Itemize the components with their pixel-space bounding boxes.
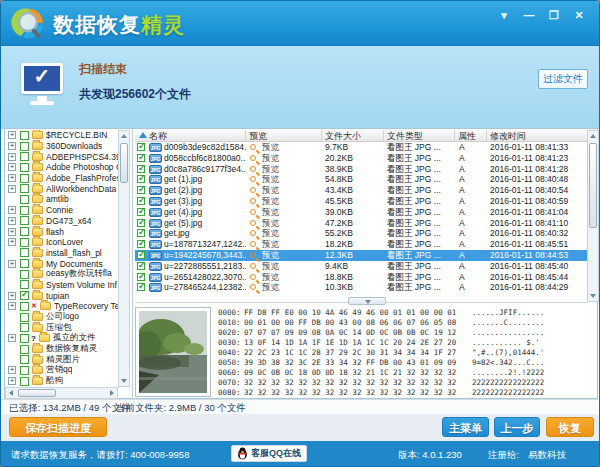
folder-checkbox[interactable]: ✓	[20, 174, 29, 183]
file-checkbox[interactable]: ✓	[137, 219, 145, 227]
preview-link[interactable]: 预览	[262, 196, 279, 207]
folder-checkbox[interactable]: ✓	[20, 377, 29, 386]
tree-item[interactable]: + ✓ ✕ ? Adobe_FlashProfes	[5, 173, 118, 184]
expand-icon[interactable]: +	[8, 131, 16, 139]
column-name[interactable]: 名称	[149, 130, 167, 142]
folder-checkbox[interactable]: ✓	[20, 216, 29, 225]
column-size[interactable]: 文件大小	[325, 130, 361, 142]
file-row[interactable]: ✓ JPG d0c8a786c9177f3e4... 预览 38.9KB 看图王…	[135, 164, 587, 175]
folder-checkbox[interactable]: ✓	[20, 152, 29, 161]
preview-link[interactable]: 预览	[262, 250, 279, 261]
expand-icon[interactable]: +	[8, 228, 16, 236]
file-checkbox[interactable]: ✓	[137, 143, 145, 151]
file-row[interactable]: ✓ JPG d009b3de9c82d1584... 预览 9.7KB 看图王 …	[135, 142, 587, 153]
preview-link[interactable]: 预览	[262, 164, 279, 175]
expand-icon[interactable]: +	[8, 185, 16, 193]
file-row[interactable]: ✓ JPG get (5).jpg 预览 47.2KB 看图王 JPG ... …	[135, 218, 587, 229]
table-scroll-thumb[interactable]	[589, 143, 597, 228]
preview-link[interactable]: 预览	[262, 228, 279, 239]
file-row[interactable]: ✓ JPG u=278465244,12382... 预览 10.3KB 看图王…	[135, 282, 587, 293]
folder-checkbox[interactable]: ✓	[20, 291, 29, 300]
scroll-down-icon[interactable]	[121, 379, 127, 383]
expand-icon[interactable]: +	[8, 153, 16, 161]
folder-checkbox[interactable]: ✓	[20, 206, 29, 215]
folder-checkbox[interactable]: ✓	[20, 302, 29, 311]
filter-files-button[interactable]: 过滤文件	[538, 69, 588, 89]
file-checkbox[interactable]: ✓	[137, 262, 145, 270]
splitter-handle[interactable]	[348, 297, 386, 305]
file-checkbox[interactable]: ✓	[137, 240, 145, 248]
expand-icon[interactable]: +	[8, 292, 16, 300]
preview-link[interactable]: 预览	[262, 153, 279, 164]
file-checkbox[interactable]: ✓	[137, 283, 145, 291]
tree-item[interactable]: + ✓ ✕ ? amtlib	[5, 194, 118, 205]
scroll-right-icon[interactable]	[110, 390, 114, 396]
magnifier-icon[interactable]	[250, 176, 256, 182]
magnifier-icon[interactable]	[250, 144, 256, 150]
expand-icon[interactable]: +	[8, 206, 16, 214]
folder-checkbox[interactable]: ✓	[20, 195, 29, 204]
preview-link[interactable]: 预览	[262, 239, 279, 250]
tree-item[interactable]: + ✓ ✕ ? IconLover	[5, 237, 118, 248]
file-checkbox[interactable]: ✓	[137, 186, 145, 194]
tree-item[interactable]: + ✓ ✕ ? 酷狗	[5, 376, 118, 387]
tree-item[interactable]: + ✓ ✕ ? oeasy教你玩转fla	[5, 269, 118, 280]
folder-checkbox[interactable]: ✓	[20, 131, 29, 140]
menu-dropdown-icon[interactable]: ▾	[496, 8, 512, 23]
save-scan-progress-button[interactable]: 保存扫描进度	[9, 417, 107, 437]
file-checkbox[interactable]: ✓	[137, 251, 145, 259]
preview-link[interactable]: 预览	[262, 272, 279, 283]
folder-checkbox[interactable]: ✓	[20, 238, 29, 247]
tree-item[interactable]: + ✓ ✕ ? tupian	[5, 290, 118, 301]
tree-item[interactable]: + ✓ ✕ ? $RECYCLE.BIN	[5, 130, 118, 141]
file-row[interactable]: ✓ JPG u=1942245678,3443... 预览 12.3KB 看图王…	[135, 250, 587, 261]
file-checkbox[interactable]: ✓	[137, 165, 145, 173]
magnifier-icon[interactable]	[250, 198, 256, 204]
scroll-down-icon[interactable]	[590, 294, 596, 298]
magnifier-icon[interactable]	[250, 220, 256, 226]
magnifier-icon[interactable]	[250, 187, 256, 193]
tree-hscroll-thumb[interactable]	[18, 389, 56, 397]
tree-item[interactable]: + ✓ ✕ ? install_flash_pl	[5, 248, 118, 259]
tree-item[interactable]: + ✓ ✕ ? DG473_x64	[5, 216, 118, 227]
column-attr[interactable]: 属性	[458, 130, 476, 142]
magnifier-icon[interactable]	[250, 155, 256, 161]
file-row[interactable]: ✓ JPG get.jpg 预览 55.2KB 看图王 JPG ... A 20…	[135, 228, 587, 239]
scroll-left-icon[interactable]	[9, 390, 13, 396]
folder-checkbox[interactable]: ✓	[20, 355, 29, 364]
file-checkbox[interactable]: ✓	[137, 154, 145, 162]
scroll-up-icon[interactable]	[590, 134, 596, 138]
folder-checkbox[interactable]: ✓	[20, 345, 29, 354]
expand-icon[interactable]: +	[8, 302, 16, 310]
expand-icon[interactable]: +	[8, 142, 16, 150]
file-row[interactable]: ✓ JPG get (3).jpg 预览 45.5KB 看图王 JPG ... …	[135, 196, 587, 207]
tree-horizontal-scrollbar[interactable]	[5, 387, 118, 399]
column-type[interactable]: 文件类型	[387, 130, 423, 142]
table-vertical-scrollbar[interactable]	[587, 130, 599, 302]
folder-checkbox[interactable]: ✓	[20, 313, 29, 322]
expand-icon[interactable]: +	[8, 334, 16, 342]
tree-vertical-scrollbar[interactable]	[118, 130, 130, 387]
file-row[interactable]: ✓ JPG get (1).jpg 预览 54.8KB 看图王 JPG ... …	[135, 174, 587, 185]
tree-scroll-thumb[interactable]	[120, 143, 128, 183]
tree-item[interactable]: + ✓ ✕ ? Connie	[5, 205, 118, 216]
file-checkbox[interactable]: ✓	[137, 208, 145, 216]
magnifier-icon[interactable]	[250, 263, 256, 269]
folder-checkbox[interactable]: ✓	[20, 227, 29, 236]
file-row[interactable]: ✓ JPG u=2651428022,3070... 预览 18.8KB 看图王…	[135, 272, 587, 283]
magnifier-icon[interactable]	[250, 166, 256, 172]
folder-checkbox[interactable]: ✓	[20, 163, 29, 172]
magnifier-icon[interactable]	[250, 230, 256, 236]
folder-checkbox[interactable]: ✓	[20, 366, 29, 375]
expand-icon[interactable]: +	[8, 238, 16, 246]
folder-checkbox[interactable]: ✓	[20, 280, 29, 289]
preview-link[interactable]: 预览	[262, 282, 279, 293]
maximize-button[interactable]: ❐	[546, 8, 562, 23]
preview-link[interactable]: 预览	[262, 261, 279, 272]
expand-icon[interactable]: +	[8, 366, 16, 374]
expand-icon[interactable]: +	[8, 163, 16, 171]
preview-link[interactable]: 预览	[262, 142, 279, 153]
preview-link[interactable]: 预览	[262, 207, 279, 218]
tree-item[interactable]: + ✓ ✕ ? Adobe Photoshop C	[5, 162, 118, 173]
scroll-up-icon[interactable]	[121, 134, 127, 138]
